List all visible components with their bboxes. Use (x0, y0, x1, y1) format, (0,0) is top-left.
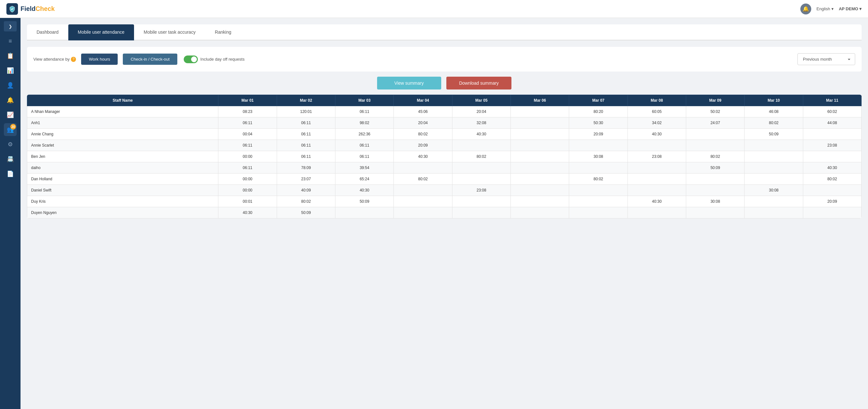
staff-name-cell: Duyen Nguyen (27, 207, 218, 218)
cell-r7-c1: 40:09 (277, 185, 335, 196)
cell-r7-c3 (394, 185, 452, 196)
cell-r2-c8 (686, 129, 745, 140)
sidebar-item-chart[interactable]: 📊 (4, 64, 17, 77)
cell-r0-c0: 08:23 (218, 106, 277, 117)
table-row: A Nhan Manager08:23120:0106:1145:0620:04… (27, 106, 862, 117)
cell-r5-c1: 78:09 (277, 162, 335, 174)
period-select[interactable]: Previous month Current month Custom rang… (798, 53, 855, 65)
cell-r4-c10 (803, 151, 861, 162)
cell-r1-c6: 50:30 (569, 117, 627, 129)
staff-name-cell: Duy Kris (27, 196, 218, 207)
download-summary-button[interactable]: Download summary (446, 77, 512, 89)
language-selector[interactable]: English ▾ (816, 6, 834, 11)
cell-r7-c7 (627, 185, 686, 196)
view-summary-button[interactable]: View summary (377, 77, 441, 89)
sidebar-item-list[interactable]: 📋 (4, 50, 17, 62)
tab-task-accuracy[interactable]: Mobile user task accuracy (134, 24, 205, 40)
cell-r9-c0: 40:30 (218, 207, 277, 218)
cell-r2-c5 (511, 129, 569, 140)
cell-r8-c7: 40:30 (627, 196, 686, 207)
cell-r4-c4: 80:02 (452, 151, 510, 162)
cell-r6-c6: 80:02 (569, 174, 627, 185)
tab-ranking[interactable]: Ranking (205, 24, 241, 40)
day-off-label: Include day off requests (200, 57, 245, 62)
cell-r8-c6 (569, 196, 627, 207)
checkin-checkout-button[interactable]: Check-in / Check-out (123, 54, 177, 65)
attendance-table: Staff Name Mar 01 Mar 02 Mar 03 Mar 04 M… (27, 95, 862, 218)
cell-r4-c5 (511, 151, 569, 162)
cell-r3-c1: 06:11 (277, 140, 335, 151)
logo: FieldCheck (6, 3, 55, 15)
sidebar-item-analytics[interactable]: 📈 (4, 109, 17, 121)
cell-r0-c7: 60:05 (627, 106, 686, 117)
col-header-mar08: Mar 08 (627, 95, 686, 106)
cell-r1-c10: 44:08 (803, 117, 861, 129)
cell-r6-c9 (745, 174, 803, 185)
cell-r6-c3: 80:02 (394, 174, 452, 185)
sidebar: ❯ ≡ 📋 📊 👤 🔔 📈 👥 20 ⚙ 📇 📄 (0, 18, 21, 409)
cell-r2-c2: 262:36 (335, 129, 394, 140)
cell-r3-c0: 06:11 (218, 140, 277, 151)
user-menu[interactable]: AP DEMO ▾ (839, 6, 862, 11)
cell-r3-c8 (686, 140, 745, 151)
cell-r9-c8 (686, 207, 745, 218)
cell-r5-c9 (745, 162, 803, 174)
notification-bell[interactable]: 🔔 (800, 3, 811, 14)
cell-r6-c1: 23:07 (277, 174, 335, 185)
cell-r4-c7: 23:08 (627, 151, 686, 162)
table-row: Anh106:1106:1198:0220:0432:0850:3034:022… (27, 117, 862, 129)
work-hours-button[interactable]: Work hours (81, 54, 118, 65)
cell-r2-c7: 40:30 (627, 129, 686, 140)
cell-r9-c9 (745, 207, 803, 218)
staff-name-cell: Daniel Swift (27, 185, 218, 196)
cell-r3-c7 (627, 140, 686, 151)
topbar-right: 🔔 English ▾ AP DEMO ▾ (800, 3, 862, 14)
cell-r8-c9 (745, 196, 803, 207)
cell-r3-c3: 20:09 (394, 140, 452, 151)
cell-r4-c9 (745, 151, 803, 162)
sidebar-item-notifications[interactable]: 🔔 (4, 94, 17, 107)
cell-r6-c5 (511, 174, 569, 185)
cell-r1-c5 (511, 117, 569, 129)
view-attendance-label: View attendance by ? (33, 57, 76, 62)
cell-r0-c4: 20:04 (452, 106, 510, 117)
cell-r2-c4: 40:30 (452, 129, 510, 140)
main-content: Dashboard Mobile user attendance Mobile … (21, 18, 868, 409)
cell-r5-c2: 39:54 (335, 162, 394, 174)
cell-r1-c7: 34:02 (627, 117, 686, 129)
col-header-mar07: Mar 07 (569, 95, 627, 106)
sidebar-item-user[interactable]: 👤 (4, 79, 17, 92)
topbar: FieldCheck 🔔 English ▾ AP DEMO ▾ (0, 0, 868, 18)
table-row: Annie Scarlet06:1106:1106:1120:0923:08 (27, 140, 862, 151)
sidebar-item-contacts[interactable]: 📇 (4, 153, 17, 166)
table-row: Annie Chang00:0406:11262:3680:0240:3020:… (27, 129, 862, 140)
sidebar-item-docs[interactable]: 📄 (4, 168, 17, 180)
cell-r7-c2: 40:30 (335, 185, 394, 196)
table-row: daiho06:1178:0939:5450:0940:30 (27, 162, 862, 174)
cell-r4-c1: 06:11 (277, 151, 335, 162)
staff-name-cell: Ben Jen (27, 151, 218, 162)
day-off-toggle[interactable] (184, 56, 198, 63)
sidebar-item-dashboard[interactable]: ≡ (4, 35, 17, 48)
table-row: Duyen Nguyen40:3050:09 (27, 207, 862, 218)
staff-name-cell: daiho (27, 162, 218, 174)
staff-name-cell: Annie Chang (27, 129, 218, 140)
col-header-mar05: Mar 05 (452, 95, 510, 106)
cell-r0-c2: 06:11 (335, 106, 394, 117)
cell-r0-c8: 50:02 (686, 106, 745, 117)
cell-r7-c4: 23:08 (452, 185, 510, 196)
tab-dashboard[interactable]: Dashboard (27, 24, 68, 40)
cell-r7-c0: 00:00 (218, 185, 277, 196)
col-header-mar09: Mar 09 (686, 95, 745, 106)
sidebar-toggle[interactable]: ❯ (4, 21, 17, 31)
sidebar-item-people[interactable]: 👥 20 (4, 123, 17, 136)
sidebar-item-settings[interactable]: ⚙ (4, 138, 17, 151)
people-badge: 20 (10, 124, 16, 129)
filter-bar: View attendance by ? Work hours Check-in… (27, 47, 862, 71)
tab-mobile-attendance[interactable]: Mobile user attendance (68, 24, 134, 40)
tab-bar: Dashboard Mobile user attendance Mobile … (27, 24, 862, 40)
table-row: Ben Jen00:0006:1106:1140:3080:0230:0823:… (27, 151, 862, 162)
help-icon[interactable]: ? (71, 57, 76, 62)
cell-r4-c0: 00:00 (218, 151, 277, 162)
cell-r0-c3: 45:06 (394, 106, 452, 117)
